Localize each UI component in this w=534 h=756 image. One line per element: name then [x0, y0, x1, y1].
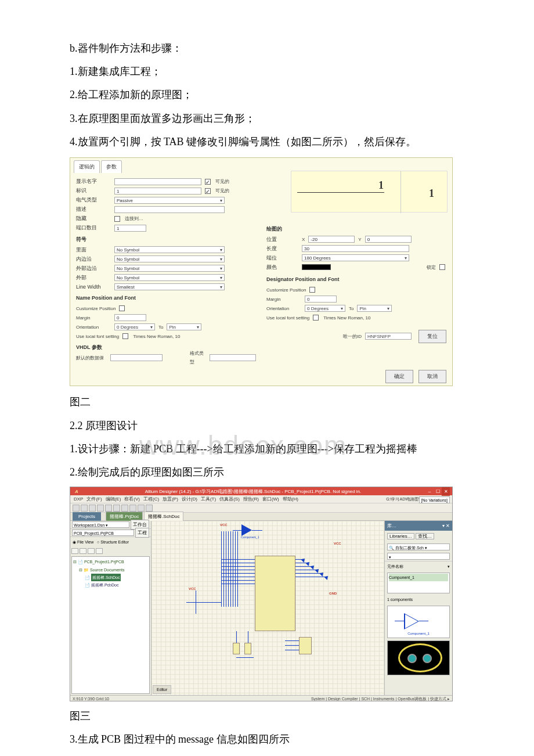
combo-elec-type[interactable]: Passive — [114, 197, 225, 204]
close-button[interactable]: ✕ — [442, 487, 450, 496]
find-button[interactable]: 查找… — [416, 533, 434, 539]
component-count: 1 components — [385, 595, 452, 604]
minimize-button[interactable]: – — [425, 487, 434, 496]
label-line-width: Line Width — [76, 282, 111, 292]
editor-tab[interactable]: Editor — [153, 685, 171, 694]
section-2-2: 2.2 原理图设计 — [70, 416, 488, 435]
menu-file[interactable]: 文件(F) — [86, 495, 102, 503]
panel-button[interactable] — [71, 548, 78, 554]
label-to-1: To — [158, 323, 163, 332]
menu-place[interactable]: 放置(P) — [163, 495, 178, 503]
combo-to-2[interactable]: Pin — [357, 305, 392, 312]
menu-edit[interactable]: 编辑(E) — [106, 495, 121, 503]
combo-outside-edge[interactable]: No Symbol — [114, 265, 225, 272]
combo-inside[interactable]: No Symbol — [114, 246, 225, 253]
check-customize-2[interactable] — [309, 287, 315, 293]
toolbar-icon[interactable] — [89, 505, 96, 512]
project-field[interactable]: PCB_Project1.PrjPCB — [72, 530, 134, 536]
combo-line-width[interactable]: Smallest — [114, 283, 225, 290]
toolbar-icon[interactable] — [105, 505, 112, 512]
combo-to-1[interactable]: Pin — [167, 323, 201, 330]
field-designator[interactable]: 1 — [114, 188, 201, 195]
libraries-button[interactable]: Libraries… — [387, 533, 414, 539]
field-default-data[interactable] — [110, 354, 163, 361]
field-unique-id[interactable]: HNFSNIFP — [365, 333, 412, 340]
radio-file-view[interactable]: ◉ File View — [73, 540, 93, 544]
project-button[interactable]: 工程 — [135, 528, 149, 538]
toolbar-icon[interactable] — [97, 505, 104, 512]
panel-title-projects[interactable]: Projects — [73, 512, 101, 521]
toolbar-icon[interactable] — [81, 505, 88, 512]
combo-inside-edge[interactable]: No Symbol — [114, 255, 225, 262]
combo-orientation-2[interactable]: 0 Degrees — [305, 305, 345, 312]
para-3-steps: 步骤：工程--->compile--->system--->message---… — [70, 753, 488, 756]
toolbar-icon[interactable] — [121, 505, 128, 512]
menu-reports[interactable]: 报告(R) — [243, 495, 259, 503]
project-tree[interactable]: ⊟ 📄 PCB_Project1.PrjPCB ⊟ 📁 Source Docum… — [71, 556, 150, 694]
check-use-local-2[interactable] — [313, 315, 319, 321]
field-margin-1[interactable]: 0 — [114, 314, 146, 321]
panel-button[interactable] — [96, 548, 103, 554]
check-locked[interactable] — [439, 264, 445, 270]
panel-button[interactable] — [88, 548, 95, 554]
panel-close-icon[interactable]: ▾ ✕ — [442, 521, 450, 530]
field-description[interactable] — [114, 206, 225, 213]
step-3: 3.在原理图里面放置多边形画出三角形； — [70, 109, 488, 128]
menu-design[interactable]: 设计(D) — [182, 495, 197, 503]
field-pos-x[interactable]: -20 — [308, 236, 355, 243]
toolbar-icon[interactable] — [146, 505, 153, 512]
check-designator-visible[interactable] — [205, 188, 211, 194]
status-right[interactable]: System | Design Compiler | SCH | Instrum… — [311, 695, 450, 701]
combo-orient[interactable]: 180 Degrees — [302, 254, 409, 261]
check-display-visible[interactable] — [205, 179, 211, 185]
menu-view[interactable]: 察看(V) — [124, 495, 140, 503]
filter-field[interactable]: ▾ — [387, 553, 450, 560]
check-use-local-1[interactable] — [122, 333, 128, 339]
toolbar-icon[interactable] — [129, 505, 136, 512]
check-hide[interactable] — [114, 216, 120, 222]
reset-button[interactable]: 复位 — [418, 330, 446, 343]
field-length[interactable]: 30 — [302, 245, 409, 252]
component-list[interactable]: Component_1 — [387, 573, 450, 593]
cancel-button[interactable]: 取消 — [418, 370, 446, 383]
toolbar-icon[interactable] — [138, 505, 145, 512]
field-margin-2[interactable]: 0 — [305, 296, 337, 303]
schematic-canvas[interactable]: Component_1 VCC VCC VCC GND — [151, 521, 385, 695]
label-locked: 锁定 — [427, 263, 436, 272]
menu-tools[interactable]: 工具(T) — [201, 495, 216, 503]
field-pos-y[interactable]: 0 — [365, 236, 412, 243]
net-vcc: VCC — [220, 522, 228, 528]
menu-project[interactable]: 工程(C) — [143, 495, 159, 503]
label-visible-2: 可见的 — [215, 186, 229, 195]
variations-combo[interactable]: [No Variations] — [419, 496, 450, 503]
combo-orientation-1[interactable]: 0 Degrees — [114, 323, 155, 330]
panel-button[interactable] — [80, 548, 86, 554]
ok-button[interactable]: 确定 — [385, 370, 413, 383]
maximize-button[interactable]: ☐ — [434, 487, 442, 496]
toolbar-icon[interactable] — [73, 505, 80, 512]
menu-simulator[interactable]: 仿真器(S) — [219, 495, 240, 503]
menu-dxp[interactable]: DXP — [74, 495, 83, 503]
color-swatch[interactable] — [302, 264, 331, 270]
label-visible-1: 可见的 — [215, 177, 229, 186]
label-description: 描述 — [76, 204, 111, 214]
library-combo[interactable]: 🔍 自制二极管.Sch ▾ — [387, 543, 450, 550]
radio-structure-editor[interactable]: ○ Structure Editor — [97, 540, 129, 544]
label-designator: 标识 — [76, 186, 111, 196]
tab-logical[interactable]: 逻辑的 — [74, 160, 100, 173]
label-customize-2: Customize Position — [266, 286, 306, 294]
preview-designator-side: 1 — [429, 188, 434, 200]
toolbar-icon[interactable] — [113, 505, 120, 512]
tab-parameters[interactable]: 参数 — [101, 160, 122, 173]
check-customize-1[interactable] — [119, 305, 125, 311]
document-tab[interactable]: 摇摇棒.SchDoc — [144, 512, 183, 521]
field-format-type[interactable] — [210, 354, 256, 361]
combo-outside[interactable]: No Symbol — [114, 274, 225, 281]
workspace-field[interactable]: Workspace1.Dsn ▾ — [72, 521, 129, 528]
field-display-name[interactable] — [114, 178, 201, 185]
menu-help[interactable]: 帮助(H) — [283, 495, 298, 503]
menu-window[interactable]: 窗口(W) — [262, 495, 279, 503]
field-port-count[interactable]: 1 — [114, 225, 146, 232]
list-item: Component_1 — [389, 574, 448, 581]
window-titlebar: A Altium Designer (14.2) - G:\学习AD\电路图\摇… — [70, 487, 452, 495]
